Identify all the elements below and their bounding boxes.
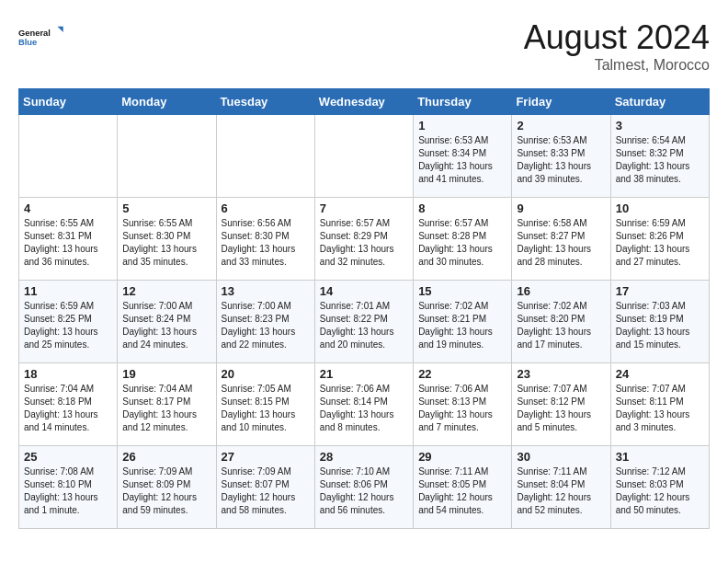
title-block: August 2024 Talmest, Morocco — [524, 18, 710, 74]
day-number: 13 — [222, 284, 310, 298]
calendar-week-row: 4Sunrise: 6:55 AM Sunset: 8:31 PM Daylig… — [19, 198, 710, 281]
day-number: 26 — [122, 450, 210, 464]
calendar-cell: 21Sunrise: 7:06 AM Sunset: 8:14 PM Dayli… — [314, 363, 413, 446]
month-year-title: August 2024 — [524, 18, 710, 57]
day-number: 14 — [320, 284, 408, 298]
day-info: Sunrise: 7:01 AM Sunset: 8:22 PM Dayligh… — [320, 300, 408, 351]
day-info: Sunrise: 7:04 AM Sunset: 8:18 PM Dayligh… — [24, 383, 112, 434]
day-number: 17 — [616, 284, 704, 298]
weekday-header-friday: Friday — [512, 89, 610, 115]
weekday-header-sunday: Sunday — [19, 89, 118, 115]
day-number: 15 — [418, 284, 506, 298]
calendar-cell: 17Sunrise: 7:03 AM Sunset: 8:19 PM Dayli… — [610, 281, 709, 363]
day-number: 16 — [517, 284, 605, 298]
day-info: Sunrise: 7:06 AM Sunset: 8:14 PM Dayligh… — [320, 383, 408, 434]
weekday-header-row: SundayMondayTuesdayWednesdayThursdayFrid… — [19, 89, 710, 115]
day-info: Sunrise: 7:00 AM Sunset: 8:23 PM Dayligh… — [222, 300, 310, 351]
day-number: 9 — [517, 201, 605, 215]
calendar-cell: 4Sunrise: 6:55 AM Sunset: 8:31 PM Daylig… — [19, 198, 118, 281]
day-info: Sunrise: 6:55 AM Sunset: 8:30 PM Dayligh… — [122, 217, 210, 269]
day-number: 4 — [24, 201, 112, 215]
day-info: Sunrise: 7:05 AM Sunset: 8:15 PM Dayligh… — [222, 383, 310, 434]
logo-svg: General Blue — [18, 18, 64, 55]
calendar-week-row: 18Sunrise: 7:04 AM Sunset: 8:18 PM Dayli… — [19, 363, 710, 446]
day-info: Sunrise: 7:02 AM Sunset: 8:21 PM Dayligh… — [418, 300, 506, 351]
day-number: 11 — [24, 284, 112, 298]
day-number: 24 — [616, 367, 704, 381]
day-info: Sunrise: 7:07 AM Sunset: 8:11 PM Dayligh… — [616, 383, 704, 434]
calendar-cell: 3Sunrise: 6:54 AM Sunset: 8:32 PM Daylig… — [610, 115, 709, 198]
day-number: 2 — [517, 119, 605, 132]
day-info: Sunrise: 7:09 AM Sunset: 8:07 PM Dayligh… — [222, 465, 310, 517]
day-number: 20 — [222, 367, 310, 381]
day-number: 6 — [222, 201, 310, 215]
calendar-cell: 31Sunrise: 7:12 AM Sunset: 8:03 PM Dayli… — [610, 446, 709, 529]
calendar-cell: 7Sunrise: 6:57 AM Sunset: 8:29 PM Daylig… — [314, 198, 413, 281]
day-number: 3 — [616, 119, 704, 132]
day-info: Sunrise: 7:02 AM Sunset: 8:20 PM Dayligh… — [517, 300, 605, 351]
day-number: 28 — [320, 450, 408, 464]
calendar-cell: 25Sunrise: 7:08 AM Sunset: 8:10 PM Dayli… — [19, 446, 118, 529]
day-info: Sunrise: 7:08 AM Sunset: 8:10 PM Dayligh… — [24, 465, 112, 517]
day-info: Sunrise: 7:12 AM Sunset: 8:03 PM Dayligh… — [616, 465, 704, 517]
calendar-week-row: 25Sunrise: 7:08 AM Sunset: 8:10 PM Dayli… — [19, 446, 710, 529]
day-info: Sunrise: 6:59 AM Sunset: 8:26 PM Dayligh… — [616, 217, 704, 269]
day-number: 18 — [24, 367, 112, 381]
calendar-cell: 14Sunrise: 7:01 AM Sunset: 8:22 PM Dayli… — [314, 281, 413, 363]
calendar-cell: 12Sunrise: 7:00 AM Sunset: 8:24 PM Dayli… — [118, 281, 216, 363]
page-header: General Blue August 2024 Talmest, Morocc… — [18, 18, 710, 74]
day-info: Sunrise: 7:00 AM Sunset: 8:24 PM Dayligh… — [122, 300, 210, 351]
day-info: Sunrise: 6:59 AM Sunset: 8:25 PM Dayligh… — [24, 300, 112, 351]
day-info: Sunrise: 6:56 AM Sunset: 8:30 PM Dayligh… — [222, 217, 310, 269]
calendar-cell: 10Sunrise: 6:59 AM Sunset: 8:26 PM Dayli… — [610, 198, 709, 281]
weekday-header-thursday: Thursday — [414, 89, 512, 115]
day-info: Sunrise: 7:07 AM Sunset: 8:12 PM Dayligh… — [517, 383, 605, 434]
calendar-cell — [216, 115, 314, 198]
day-info: Sunrise: 6:53 AM Sunset: 8:34 PM Dayligh… — [418, 134, 506, 186]
day-number: 27 — [222, 450, 310, 464]
day-number: 12 — [122, 284, 210, 298]
day-info: Sunrise: 7:03 AM Sunset: 8:19 PM Dayligh… — [616, 300, 704, 351]
day-number: 8 — [418, 201, 506, 215]
calendar-cell: 15Sunrise: 7:02 AM Sunset: 8:21 PM Dayli… — [414, 281, 512, 363]
day-number: 19 — [122, 367, 210, 381]
calendar-cell: 28Sunrise: 7:10 AM Sunset: 8:06 PM Dayli… — [314, 446, 413, 529]
calendar-cell: 16Sunrise: 7:02 AM Sunset: 8:20 PM Dayli… — [512, 281, 610, 363]
day-number: 22 — [418, 367, 506, 381]
day-info: Sunrise: 6:57 AM Sunset: 8:29 PM Dayligh… — [320, 217, 408, 269]
day-number: 30 — [517, 450, 605, 464]
svg-marker-2 — [58, 27, 63, 32]
calendar-cell: 24Sunrise: 7:07 AM Sunset: 8:11 PM Dayli… — [610, 363, 709, 446]
day-info: Sunrise: 6:55 AM Sunset: 8:31 PM Dayligh… — [24, 217, 112, 269]
day-number: 29 — [418, 450, 506, 464]
day-info: Sunrise: 6:53 AM Sunset: 8:33 PM Dayligh… — [517, 134, 605, 186]
day-info: Sunrise: 7:06 AM Sunset: 8:13 PM Dayligh… — [418, 383, 506, 434]
day-info: Sunrise: 6:58 AM Sunset: 8:27 PM Dayligh… — [517, 217, 605, 269]
calendar-cell — [314, 115, 413, 198]
day-number: 7 — [320, 201, 408, 215]
calendar-table: SundayMondayTuesdayWednesdayThursdayFrid… — [18, 88, 710, 529]
day-number: 1 — [418, 119, 506, 132]
day-info: Sunrise: 7:09 AM Sunset: 8:09 PM Dayligh… — [122, 465, 210, 517]
calendar-cell — [118, 115, 216, 198]
calendar-week-row: 1Sunrise: 6:53 AM Sunset: 8:34 PM Daylig… — [19, 115, 710, 198]
calendar-cell: 11Sunrise: 6:59 AM Sunset: 8:25 PM Dayli… — [19, 281, 118, 363]
calendar-cell: 13Sunrise: 7:00 AM Sunset: 8:23 PM Dayli… — [216, 281, 314, 363]
day-number: 23 — [517, 367, 605, 381]
calendar-cell: 9Sunrise: 6:58 AM Sunset: 8:27 PM Daylig… — [512, 198, 610, 281]
calendar-cell: 2Sunrise: 6:53 AM Sunset: 8:33 PM Daylig… — [512, 115, 610, 198]
calendar-cell: 27Sunrise: 7:09 AM Sunset: 8:07 PM Dayli… — [216, 446, 314, 529]
day-info: Sunrise: 6:57 AM Sunset: 8:28 PM Dayligh… — [418, 217, 506, 269]
day-number: 31 — [616, 450, 704, 464]
day-number: 5 — [122, 201, 210, 215]
day-number: 10 — [616, 201, 704, 215]
calendar-cell: 6Sunrise: 6:56 AM Sunset: 8:30 PM Daylig… — [216, 198, 314, 281]
calendar-cell: 29Sunrise: 7:11 AM Sunset: 8:05 PM Dayli… — [414, 446, 512, 529]
svg-text:General: General — [18, 29, 51, 38]
day-number: 21 — [320, 367, 408, 381]
calendar-cell: 1Sunrise: 6:53 AM Sunset: 8:34 PM Daylig… — [414, 115, 512, 198]
day-info: Sunrise: 7:04 AM Sunset: 8:17 PM Dayligh… — [122, 383, 210, 434]
calendar-cell: 26Sunrise: 7:09 AM Sunset: 8:09 PM Dayli… — [118, 446, 216, 529]
svg-text:Blue: Blue — [18, 38, 37, 47]
calendar-cell: 23Sunrise: 7:07 AM Sunset: 8:12 PM Dayli… — [512, 363, 610, 446]
